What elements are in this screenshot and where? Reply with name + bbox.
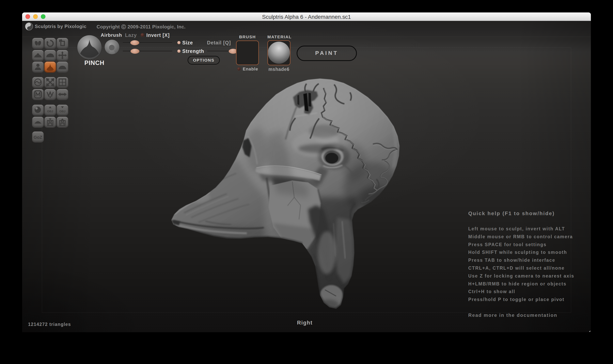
svg-text:OBJ: OBJ: [47, 110, 53, 113]
svg-text:GoZ: GoZ: [34, 135, 42, 140]
svg-text:OBJ: OBJ: [59, 110, 66, 113]
